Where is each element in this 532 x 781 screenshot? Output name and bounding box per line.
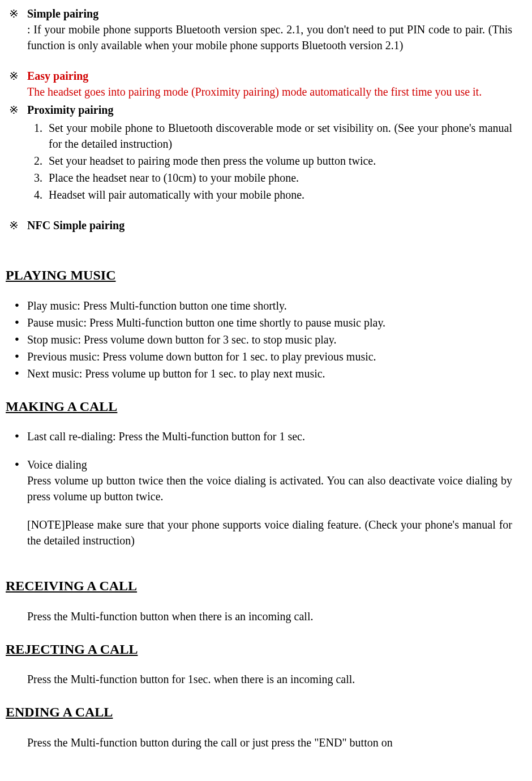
playing-music-heading: PLAYING MUSIC	[6, 266, 512, 285]
rejecting-call-heading: REJECTING A CALL	[6, 640, 512, 659]
easy-pairing-body: The headset goes into pairing mode (Prox…	[27, 84, 512, 100]
play-music-item: Play music: Press Multi-function button …	[27, 298, 512, 314]
proximity-step-1: Set your mobile phone to Bluetooth disco…	[45, 120, 512, 152]
ending-call-heading: ENDING A CALL	[6, 703, 512, 722]
playing-list: Play music: Press Multi-function button …	[6, 298, 512, 381]
simple-pairing-body: : If your mobile phone supports Bluetoot…	[27, 22, 512, 53]
voice-dialing-body: Press volume up button twice then the vo…	[27, 473, 512, 504]
voice-dialing-item: Voice dialing Press volume up button twi…	[27, 457, 512, 548]
voice-dialing-note: [NOTE]Please make sure that your phone s…	[27, 517, 512, 548]
proximity-step-2: Set your headset to pairing mode then pr…	[45, 153, 512, 169]
proximity-step-3: Place the headset near to (10cm) to your…	[45, 170, 512, 186]
receiving-call-heading: RECEIVING A CALL	[6, 577, 512, 596]
voice-dialing-title: Voice dialing	[27, 457, 512, 473]
simple-pairing-item: Simple pairing : If your mobile phone su…	[27, 6, 512, 53]
rejecting-call-body: Press the Multi-function button for 1sec…	[27, 671, 512, 687]
nfc-pairing-title: NFC Simple pairing	[27, 219, 125, 231]
ending-call-body: Press the Multi-function button during t…	[27, 735, 512, 750]
redial-item: Last call re-dialing: Press the Multi-fu…	[27, 428, 512, 444]
easy-pairing-title: Easy pairing	[27, 70, 88, 82]
proximity-step-4: Headset will pair automatically with you…	[45, 187, 512, 203]
receiving-call-body: Press the Multi-function button when the…	[27, 608, 512, 624]
proximity-pairing-title: Proximity pairing	[27, 104, 113, 116]
pause-music-item: Pause music: Press Multi-function button…	[27, 315, 512, 331]
making-call-heading: MAKING A CALL	[6, 397, 512, 417]
simple-pairing-title: Simple pairing	[27, 7, 98, 20]
easy-pairing-item: Easy pairing The headset goes into pairi…	[27, 68, 512, 100]
proximity-steps: Set your mobile phone to Bluetooth disco…	[6, 120, 512, 203]
stop-music-item: Stop music: Press volume down button for…	[27, 332, 512, 347]
next-music-item: Next music: Press volume up button for 1…	[27, 366, 512, 381]
nfc-pairing-item: NFC Simple pairing	[27, 217, 512, 233]
proximity-pairing-item: Proximity pairing	[27, 102, 512, 118]
previous-music-item: Previous music: Press volume down button…	[27, 349, 512, 364]
making-list: Last call re-dialing: Press the Multi-fu…	[6, 428, 512, 548]
